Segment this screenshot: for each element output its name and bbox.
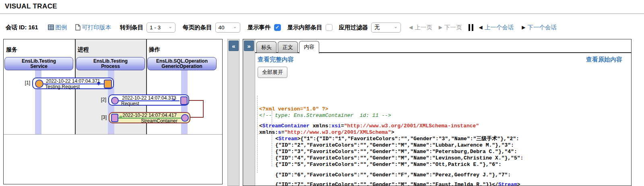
apply-filter-value: 无 bbox=[374, 24, 380, 31]
triangle-left-icon: ◀ bbox=[409, 25, 413, 30]
legend-label: 图例 bbox=[56, 24, 67, 31]
trace-diagram-panel: 服务 进程 操作 EnsLib.Testing Service EnsLib.T… bbox=[3, 39, 223, 184]
printable-version-link[interactable]: 可打印版本 bbox=[75, 24, 111, 31]
show-events-checkbox[interactable] bbox=[274, 24, 281, 31]
show-events-group: 显示事件 bbox=[248, 24, 281, 31]
host-name-line: EnsLib.Testing bbox=[22, 59, 56, 64]
double-chevron-right-icon: » bbox=[247, 43, 250, 49]
prev-page-label: 上一页 bbox=[415, 24, 432, 31]
column-label-process: 进程 bbox=[78, 46, 89, 53]
collapse-left-button[interactable]: « bbox=[229, 41, 239, 51]
apply-filter-group: 应用过滤器 无 ⌄ bbox=[339, 22, 401, 33]
view-full-contents-link[interactable]: 查看完整内容 bbox=[258, 56, 294, 63]
message-1-request[interactable]: ✱ 2022-10-22 14:07:04.371 Testing.Reques… bbox=[32, 78, 114, 89]
target-node-square bbox=[104, 80, 112, 88]
host-name-line: Service bbox=[30, 64, 47, 69]
title-divider bbox=[0, 13, 644, 14]
prev-session-label: 上一个会话 bbox=[485, 24, 514, 31]
next-session-label: 下一个会话 bbox=[528, 24, 557, 31]
message-name: Testing.Request bbox=[45, 84, 80, 89]
goto-entry-value: 1 - 3 bbox=[150, 25, 161, 31]
page-title: VISUAL TRACE bbox=[5, 2, 57, 10]
expand-all-button[interactable]: 全部展开 bbox=[258, 67, 287, 78]
code-line: xmlns:s="http://www.w3.org/2001/XMLSchem… bbox=[259, 129, 523, 136]
show-internal-label: 显示内部条目 bbox=[287, 24, 322, 31]
tab-contents[interactable]: 内容 bbox=[299, 41, 319, 53]
source-node-circle bbox=[111, 97, 119, 104]
pause-bar-icon bbox=[469, 24, 470, 31]
host-name-line: GenericOperation bbox=[161, 64, 202, 69]
code-line: {"ID":"4","FavoriteColors":"","Gender":"… bbox=[259, 155, 523, 161]
contents-pane: 查看完整内容 查看原始内容 全部展开 <?xml version="1.0" ?… bbox=[255, 53, 631, 186]
code-line: {"ID":"2","FavoriteColors":"","Gender":"… bbox=[259, 142, 523, 149]
message-3-response[interactable]: « 2022-10-22 14:07:04.417 StreamContaine… bbox=[109, 112, 190, 123]
per-page-select[interactable]: 40 ⌄ bbox=[215, 22, 240, 33]
triangle-left-icon: ◀ bbox=[479, 25, 483, 30]
tree-guide-line bbox=[257, 96, 258, 173]
next-session-link[interactable]: ▶ 下一个会话 bbox=[522, 24, 557, 31]
host-name-line: Process bbox=[101, 64, 120, 69]
message-name: StreamContainer bbox=[141, 119, 178, 123]
source-node-circle bbox=[181, 114, 189, 122]
message-detail-panel: » 标头 正文 内容 查看完整内容 查看原始内容 全部展开 <?xml vers… bbox=[243, 39, 632, 186]
show-internal-checkbox[interactable] bbox=[326, 24, 332, 31]
message-index: [2] bbox=[99, 97, 106, 102]
host-name-line: EnsLib.Testing bbox=[93, 59, 128, 64]
diagram-floor-line bbox=[4, 134, 222, 135]
code-line: <StreamContainer xmlns:xsi="http://www.w… bbox=[259, 123, 523, 129]
target-node-square bbox=[180, 96, 188, 105]
double-chevron-left-icon: « bbox=[232, 43, 235, 49]
legend-grid-icon bbox=[48, 25, 54, 30]
source-node-circle bbox=[35, 80, 43, 88]
legend-link[interactable]: 图例 bbox=[48, 24, 67, 31]
tab-header[interactable]: 标头 bbox=[256, 41, 277, 53]
prev-session-link[interactable]: ◀ 上一个会话 bbox=[479, 24, 514, 31]
goto-entry-select[interactable]: 1 - 3 ⌄ bbox=[147, 22, 175, 33]
triangle-right-icon: ▶ bbox=[522, 25, 525, 30]
visual-trace-page: VISUAL TRACE 会话 ID: 161 图例 可打印版本 转到条目 1 … bbox=[0, 0, 644, 186]
next-page-button[interactable]: ▶ 下一页 bbox=[439, 24, 462, 31]
column-label-operation: 操作 bbox=[149, 46, 160, 53]
message-2-request[interactable]: » 2022-10-22 14:07:04.373 Request bbox=[108, 94, 189, 106]
xml-code[interactable]: <?xml version="1.0" ?><!-- type: Ens.Str… bbox=[259, 80, 523, 186]
view-raw-contents-link[interactable]: 查看原始内容 bbox=[586, 56, 622, 63]
host-box-operation[interactable]: EnsLib.SQL.Operation GenericOperation bbox=[147, 57, 217, 70]
host-box-process[interactable]: EnsLib.Testing Process bbox=[76, 57, 145, 70]
pause-button[interactable] bbox=[469, 24, 473, 31]
chevron-down-icon: ⌄ bbox=[233, 24, 237, 29]
chevron-down-icon: ⌄ bbox=[394, 24, 398, 29]
tab-body[interactable]: 正文 bbox=[278, 41, 298, 53]
code-line: <!-- type: Ens.StreamContainer id: 11 --… bbox=[259, 112, 523, 119]
host-name-line: EnsLib.SQL.Operation bbox=[156, 59, 208, 64]
show-events-label: 显示事件 bbox=[248, 24, 271, 31]
apply-filter-select[interactable]: 无 ⌄ bbox=[371, 22, 401, 33]
code-line: {"ID":"6","FavoriteColors":"","Gender":"… bbox=[259, 172, 523, 178]
per-page-label: 每页的条目 bbox=[183, 24, 212, 31]
message-time: 2022-10-22 14:07:04.373 bbox=[122, 96, 176, 100]
call-return-bracket bbox=[189, 100, 204, 118]
chevron-down-icon: ⌄ bbox=[168, 24, 172, 29]
code-line: {"ID":"7","FavoriteColors":"","Gender":"… bbox=[259, 182, 523, 186]
toolbar: 会话 ID: 161 图例 可打印版本 转到条目 1 - 3 ⌄ 每页的条目 4… bbox=[6, 21, 557, 34]
per-page-value: 40 bbox=[219, 25, 225, 31]
session-id-label: 会话 ID: 161 bbox=[6, 24, 38, 31]
host-box-service[interactable]: EnsLib.Testing Service bbox=[4, 57, 73, 70]
show-internal-group: 显示内部条目 bbox=[287, 24, 332, 31]
message-name: Request bbox=[121, 101, 139, 106]
next-page-label: 下一页 bbox=[444, 24, 462, 31]
prev-page-button[interactable]: ◀ 上一页 bbox=[409, 24, 432, 31]
goto-entry-label: 转到条目 bbox=[120, 24, 143, 31]
target-node-square bbox=[111, 114, 118, 122]
code-line: {"ID":"5","FavoriteColors":"","Gender":"… bbox=[259, 161, 523, 168]
apply-filter-label: 应用过滤器 bbox=[339, 24, 368, 31]
document-icon bbox=[75, 24, 80, 31]
printable-label: 可打印版本 bbox=[82, 24, 111, 31]
message-time: 2022-10-22 14:07:04.417 bbox=[122, 113, 177, 118]
triangle-right-icon: ▶ bbox=[439, 25, 442, 30]
left-collapse-strip: « bbox=[227, 39, 239, 186]
detail-tabs: 标头 正文 内容 bbox=[256, 41, 320, 53]
column-label-service: 服务 bbox=[6, 46, 17, 53]
message-index: [1] bbox=[23, 80, 30, 86]
pause-bar-icon bbox=[472, 24, 473, 31]
expand-right-button[interactable]: » bbox=[244, 41, 254, 51]
